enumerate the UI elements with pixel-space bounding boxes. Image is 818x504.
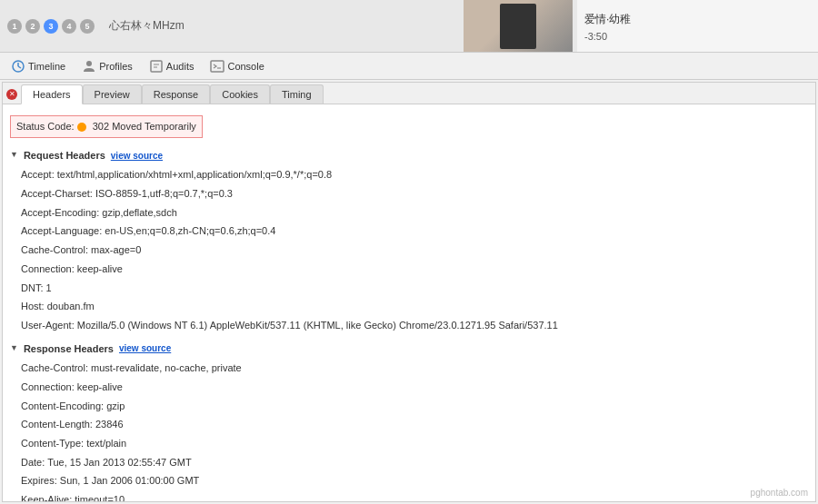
video-thumbnail: [464, 0, 573, 53]
status-dot: [77, 123, 86, 132]
res-row-4: Content-Type: text/plain: [10, 434, 808, 453]
svg-line-2: [18, 66, 21, 68]
audits-label: Audits: [166, 61, 195, 72]
site-title: 心右林々MHzm: [102, 18, 192, 34]
main-panel: ✕ Headers Preview Response Cookies Timin…: [2, 82, 816, 502]
req-row-3: Accept-Language: en-US,en;q=0.8,zh-CN;q=…: [10, 222, 808, 241]
res-row-7: Keep-Alive: timeout=10: [10, 490, 808, 502]
audits-icon: [149, 59, 164, 74]
profiles-button[interactable]: Profiles: [75, 56, 140, 76]
svg-rect-4: [151, 61, 162, 72]
step-indicators: 1 2 3 4 5: [0, 15, 102, 37]
req-row-4: Cache-Control: max-age=0: [10, 241, 808, 260]
req-row-1: Accept-Charset: ISO-8859-1,utf-8;q=0.7,*…: [10, 184, 808, 203]
res-row-0: Cache-Control: must-revalidate, no-cache…: [10, 359, 808, 378]
res-row-5: Date: Tue, 15 Jan 2013 02:55:47 GMT: [10, 453, 808, 472]
response-headers-label: Response Headers: [24, 341, 114, 358]
status-bar: Status Code: 302 Moved Temporarily: [10, 115, 203, 138]
svg-point-3: [86, 61, 92, 66]
request-view-source[interactable]: view source: [111, 148, 163, 163]
toolbar: Timeline Profiles Audits Console: [0, 53, 818, 80]
tab-headers[interactable]: Headers: [21, 84, 83, 104]
request-headers-label: Request Headers: [24, 147, 105, 164]
audits-button[interactable]: Audits: [142, 56, 202, 76]
video-title: 爱情·幼稚: [584, 12, 811, 27]
video-duration: -3:50: [584, 31, 811, 42]
response-view-source[interactable]: view source: [119, 341, 171, 356]
watermark: pghontab.com: [751, 488, 808, 498]
req-row-5: Connection: keep-alive: [10, 260, 808, 279]
close-button[interactable]: ✕: [6, 89, 17, 100]
profiles-icon: [82, 59, 96, 74]
content-area: Status Code: 302 Moved Temporarily ▼ Req…: [3, 104, 815, 502]
step-4[interactable]: 4: [62, 19, 76, 34]
tab-timing[interactable]: Timing: [270, 84, 324, 104]
res-row-1: Connection: keep-alive: [10, 378, 808, 397]
req-row-7: Host: douban.fm: [10, 297, 808, 316]
timeline-icon: [11, 59, 25, 74]
status-code-value: 302 Moved Temporarily: [93, 121, 196, 132]
timeline-button[interactable]: Timeline: [4, 56, 73, 76]
request-headers-header: ▼ Request Headers view source: [10, 147, 808, 164]
console-label: Console: [227, 61, 264, 72]
tab-cookies[interactable]: Cookies: [210, 84, 270, 104]
step-2[interactable]: 2: [25, 19, 40, 34]
console-icon: [210, 59, 224, 74]
req-row-6: DNT: 1: [10, 279, 808, 298]
step-3[interactable]: 3: [44, 19, 58, 34]
tab-response[interactable]: Response: [142, 84, 211, 104]
step-1[interactable]: 1: [7, 19, 22, 34]
res-row-3: Content-Length: 23846: [10, 415, 808, 434]
response-headers-header: ▼ Response Headers view source: [10, 341, 808, 358]
triangle-icon: ▼: [10, 148, 18, 162]
req-row-2: Accept-Encoding: gzip,deflate,sdch: [10, 203, 808, 222]
profiles-label: Profiles: [99, 61, 133, 72]
req-row-8: User-Agent: Mozilla/5.0 (Windows NT 6.1)…: [10, 316, 808, 335]
req-row-0: Accept: text/html,application/xhtml+xml,…: [10, 165, 808, 184]
res-row-2: Content-Encoding: gzip: [10, 397, 808, 416]
res-row-6: Expires: Sun, 1 Jan 2006 01:00:00 GMT: [10, 471, 808, 490]
triangle-icon-2: ▼: [10, 341, 18, 355]
console-button[interactable]: Console: [203, 56, 271, 76]
timeline-label: Timeline: [28, 61, 65, 72]
step-5[interactable]: 5: [80, 19, 95, 34]
video-info: 爱情·幼稚 -3:50: [577, 0, 818, 53]
status-code-label: Status Code:: [16, 121, 75, 132]
tab-preview[interactable]: Preview: [83, 84, 142, 104]
video-figure: [500, 4, 536, 49]
